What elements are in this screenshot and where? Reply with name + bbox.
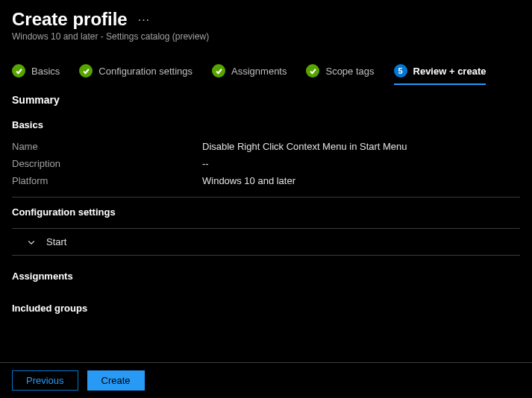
previous-button[interactable]: Previous xyxy=(12,370,78,391)
summary-heading: Summary xyxy=(12,94,520,106)
check-icon xyxy=(306,64,319,78)
basics-platform-row: Platform Windows 10 and later xyxy=(12,175,520,186)
check-icon xyxy=(212,64,225,78)
step-basics[interactable]: Basics xyxy=(12,64,60,83)
platform-label: Platform xyxy=(12,175,202,186)
config-settings-heading: Configuration settings xyxy=(12,206,520,218)
platform-value: Windows 10 and later xyxy=(202,175,295,186)
step-review-create[interactable]: 5 Review + create xyxy=(394,64,486,85)
more-actions-icon[interactable]: ··· xyxy=(138,14,150,26)
name-value: Disable Right Click Context Menu in Star… xyxy=(202,141,407,152)
chevron-down-icon xyxy=(27,238,36,247)
step-label: Configuration settings xyxy=(98,66,193,77)
name-label: Name xyxy=(12,141,202,152)
step-label: Review + create xyxy=(413,66,486,77)
assignments-heading: Assignments xyxy=(12,271,520,282)
create-button[interactable]: Create xyxy=(87,370,145,391)
expander-label: Start xyxy=(46,236,66,247)
check-icon xyxy=(12,64,25,78)
description-value: -- xyxy=(202,158,209,169)
included-groups-heading: Included groups xyxy=(12,303,520,314)
description-label: Description xyxy=(12,158,202,169)
check-icon xyxy=(79,64,93,78)
basics-description-row: Description -- xyxy=(12,158,520,169)
step-assignments[interactable]: Assignments xyxy=(212,64,287,83)
step-scope-tags[interactable]: Scope tags xyxy=(306,64,374,83)
basics-heading: Basics xyxy=(12,119,520,130)
step-label: Assignments xyxy=(231,66,287,77)
divider xyxy=(12,197,520,198)
expander-start[interactable]: Start xyxy=(12,228,520,256)
wizard-steps: Basics Configuration settings Assignment… xyxy=(0,46,532,83)
step-label: Basics xyxy=(31,66,60,77)
page-title: Create profile xyxy=(12,9,128,30)
footer-actions: Previous Create xyxy=(0,362,532,398)
step-label: Scope tags xyxy=(325,66,374,77)
step-configuration-settings[interactable]: Configuration settings xyxy=(79,64,193,83)
page-subtitle: Windows 10 and later - Settings catalog … xyxy=(12,31,520,42)
basics-name-row: Name Disable Right Click Context Menu in… xyxy=(12,141,520,152)
content-area: Summary Basics Name Disable Right Click … xyxy=(0,83,532,314)
step-number-badge: 5 xyxy=(394,64,407,78)
page-header: Create profile ··· Windows 10 and later … xyxy=(0,0,532,46)
